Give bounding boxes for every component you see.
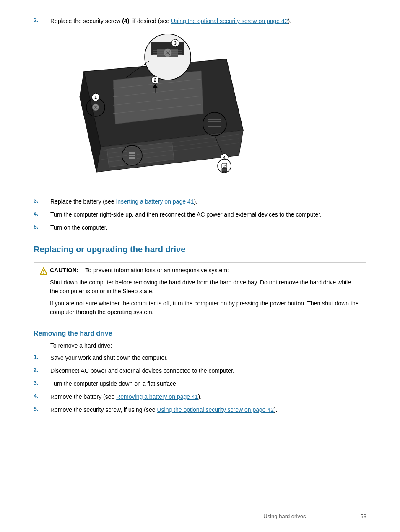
bottom-step-3-number: 3. [34,380,50,386]
intro-text: To remove a hard drive: [50,341,366,350]
step-5-number: 5. [34,223,50,230]
bottom-step-4-text: Remove the battery (see Removing a batte… [50,393,366,401]
bottom-step-2: 2. Disconnect AC power and external devi… [34,367,366,375]
laptop-diagram: 1 3 2 [50,34,252,189]
bottom-step-3: 3. Turn the computer upside down on a fl… [34,380,366,388]
footer-right: 53 [361,513,366,519]
bottom-step-1-number: 1. [34,354,50,360]
step-4-number: 4. [34,210,50,217]
bottom-step-4: 4. Remove the battery (see Removing a ba… [34,393,366,401]
svg-text:!: ! [43,270,44,274]
step-2-number: 2. [34,17,50,23]
bottom-step-5-number: 5. [34,405,50,412]
svg-text:3: 3 [174,41,177,46]
svg-rect-54 [129,155,135,156]
svg-rect-53 [129,152,135,154]
svg-text:1: 1 [94,95,97,100]
step-5-text: Turn on the computer. [50,223,366,232]
bottom-step-5-text: Remove the security screw, if using (see… [50,405,366,414]
bottom-step-2-text: Disconnect AC power and external devices… [50,367,366,375]
step-4-text: Turn the computer right-side up, and the… [50,210,366,219]
step-2: 2. Replace the security screw (4), if de… [34,17,366,26]
subsection-title: Removing the hard drive [34,330,366,337]
step-2-link[interactable]: Using the optional security screw on pag… [171,18,288,24]
bottom-step-5: 5. Remove the security screw, if using (… [34,405,366,414]
step-3-text: Replace the battery (see Inserting a bat… [50,197,366,206]
section-title: Replacing or upgrading the hard drive [34,245,366,256]
step-2-bold: (4) [122,18,129,24]
bottom-step-2-number: 2. [34,367,50,373]
bottom-step-3-text: Turn the computer upside down on a flat … [50,380,366,388]
svg-rect-55 [129,157,135,159]
caution-label: CAUTION: [50,267,78,274]
caution-intro: To prevent information loss or an unresp… [85,267,229,274]
bottom-step-5-link[interactable]: Using the optional security screw on pag… [157,406,274,413]
laptop-svg: 1 3 2 [50,34,252,189]
svg-rect-49 [222,168,227,172]
step-3-number: 3. [34,197,50,204]
caution-header: ! CAUTION: To prevent information loss o… [40,267,360,275]
caution-body: Shut down the computer before removing t… [40,278,360,317]
step-3: 3. Replace the battery (see Inserting a … [34,197,366,206]
svg-text:2: 2 [154,78,156,83]
caution-para-1: Shut down the computer before removing t… [40,278,360,296]
step-3-link[interactable]: Inserting a battery on page 41 [116,198,194,205]
caution-box: ! CAUTION: To prevent information loss o… [34,262,366,321]
caution-para-2: If you are not sure whether the computer… [40,299,360,317]
bottom-step-4-number: 4. [34,393,50,399]
step-4: 4. Turn the computer right-side up, and … [34,210,366,219]
bottom-step-4-link[interactable]: Removing a battery on page 41 [116,393,198,400]
step-2-text: Replace the security screw (4), if desir… [50,17,366,26]
bottom-step-1: 1. Save your work and shut down the comp… [34,354,366,362]
step-5: 5. Turn on the computer. [34,223,366,232]
caution-icon: ! [40,267,47,275]
page-footer: Using hard drives 53 [263,513,366,519]
footer-left: Using hard drives [263,513,306,519]
bottom-step-1-text: Save your work and shut down the compute… [50,354,366,362]
